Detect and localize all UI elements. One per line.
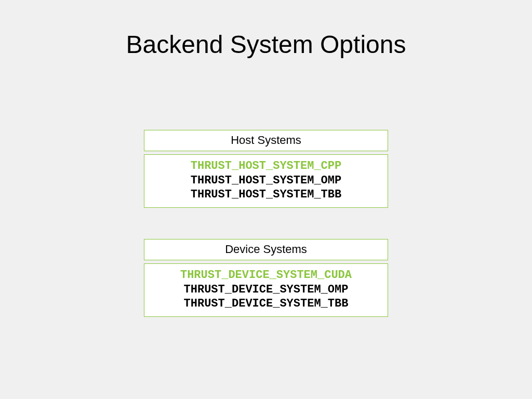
- host-systems-group: Host Systems THRUST_HOST_SYSTEM_CPP THRU…: [144, 130, 388, 211]
- host-option: THRUST_HOST_SYSTEM_TBB: [144, 188, 388, 202]
- device-option: THRUST_DEVICE_SYSTEM_OMP: [144, 283, 388, 297]
- slide-title: Backend System Options: [0, 30, 532, 59]
- slide: Backend System Options Host Systems THRU…: [0, 0, 532, 399]
- device-option: THRUST_DEVICE_SYSTEM_TBB: [144, 297, 388, 311]
- host-systems-body: THRUST_HOST_SYSTEM_CPP THRUST_HOST_SYSTE…: [144, 154, 388, 208]
- device-systems-body: THRUST_DEVICE_SYSTEM_CUDA THRUST_DEVICE_…: [144, 263, 388, 317]
- host-option: THRUST_HOST_SYSTEM_CPP: [144, 159, 388, 174]
- device-systems-group: Device Systems THRUST_DEVICE_SYSTEM_CUDA…: [144, 239, 388, 320]
- device-option: THRUST_DEVICE_SYSTEM_CUDA: [144, 268, 388, 283]
- host-option: THRUST_HOST_SYSTEM_OMP: [144, 174, 388, 188]
- device-systems-header: Device Systems: [144, 239, 388, 260]
- host-systems-header: Host Systems: [144, 130, 388, 151]
